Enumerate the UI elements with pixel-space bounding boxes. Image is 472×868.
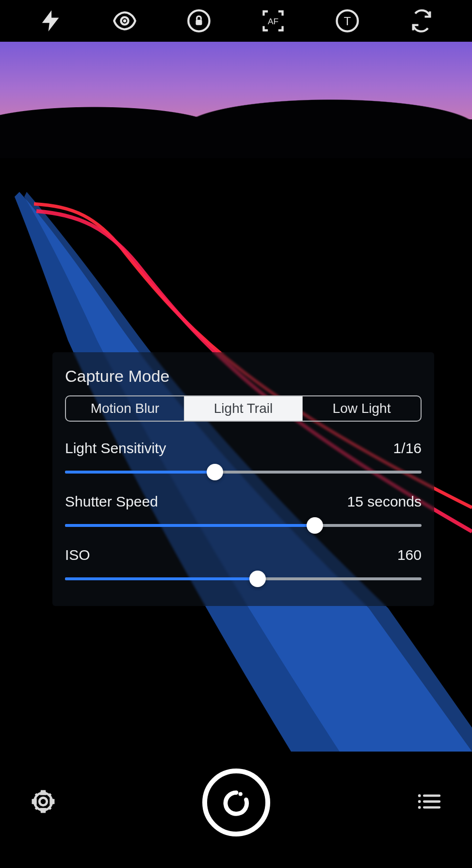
shutter-speed-value: 15 seconds	[347, 493, 422, 510]
lock-icon[interactable]	[162, 8, 236, 33]
top-toolbar: AF T	[0, 0, 472, 42]
iso-slider[interactable]	[65, 572, 422, 586]
gear-icon[interactable]	[29, 787, 57, 818]
svg-text:T: T	[343, 15, 351, 28]
svg-text:AF: AF	[268, 16, 278, 26]
svg-point-7	[39, 798, 47, 805]
light-sensitivity-label: Light Sensitivity	[65, 440, 166, 457]
light-sensitivity-row: Light Sensitivity 1/16	[65, 440, 422, 479]
svg-point-1	[123, 19, 127, 23]
shutter-button[interactable]	[202, 769, 270, 836]
list-icon[interactable]	[415, 787, 443, 818]
flash-icon[interactable]	[14, 8, 88, 33]
bottom-toolbar	[0, 752, 472, 868]
svg-point-13	[418, 806, 421, 809]
light-sensitivity-value: 1/16	[393, 440, 422, 457]
panel-title: Capture Mode	[65, 367, 422, 386]
light-sensitivity-slider[interactable]	[65, 465, 422, 479]
capture-settings-panel: Capture Mode Motion Blur Light Trail Low…	[52, 352, 434, 606]
shutter-speed-row: Shutter Speed 15 seconds	[65, 493, 422, 532]
svg-point-11	[418, 800, 421, 803]
timer-mode-icon[interactable]: T	[310, 8, 384, 33]
capture-mode-segmented: Motion Blur Light Trail Low Light	[65, 395, 422, 422]
switch-camera-icon[interactable]	[384, 8, 458, 33]
mode-light-trail[interactable]: Light Trail	[184, 396, 303, 421]
mode-low-light[interactable]: Low Light	[303, 396, 421, 421]
shutter-speed-slider[interactable]	[65, 519, 422, 532]
iso-row: ISO 160	[65, 547, 422, 586]
viewfinder[interactable]: Capture Mode Motion Blur Light Trail Low…	[0, 42, 472, 752]
svg-point-9	[418, 794, 421, 797]
svg-rect-3	[196, 20, 202, 25]
camera-app: AF T Capture Mode M	[0, 0, 472, 868]
shutter-speed-label: Shutter Speed	[65, 493, 158, 510]
iso-label: ISO	[65, 547, 90, 563]
iso-value: 160	[397, 547, 422, 563]
autofocus-icon[interactable]: AF	[236, 8, 310, 33]
svg-point-8	[238, 792, 242, 796]
mode-motion-blur[interactable]: Motion Blur	[66, 396, 184, 421]
eye-icon[interactable]	[88, 8, 162, 33]
